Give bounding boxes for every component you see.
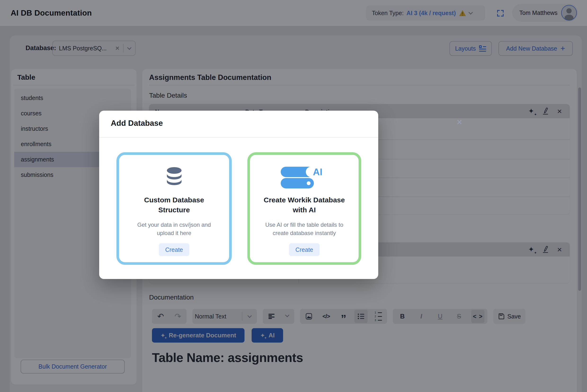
svg-text:AI: AI — [313, 167, 322, 177]
modal-title: Add Database — [111, 119, 163, 128]
create-button[interactable]: Create — [289, 243, 320, 256]
card-description: Get your data in csv/json and upload it … — [133, 220, 216, 237]
card-description: Use AI or fill the table details to crea… — [263, 220, 346, 237]
create-button[interactable]: Create — [159, 243, 189, 256]
card-title: Create Workik Database with AI — [262, 195, 347, 215]
add-database-modal: Add Database × Custom Database Structure… — [99, 111, 378, 279]
card-title: Custom Database Structure — [135, 195, 213, 215]
ai-database-icon: AI — [281, 166, 328, 188]
option-card-custom-database[interactable]: Custom Database Structure Get your data … — [116, 152, 232, 265]
database-cylinder-icon — [165, 166, 183, 188]
option-card-workik-ai[interactable]: AI Create Workik Database with AI Use AI… — [247, 152, 361, 265]
modal-close-button[interactable]: × — [454, 117, 465, 127]
divider — [99, 137, 378, 138]
